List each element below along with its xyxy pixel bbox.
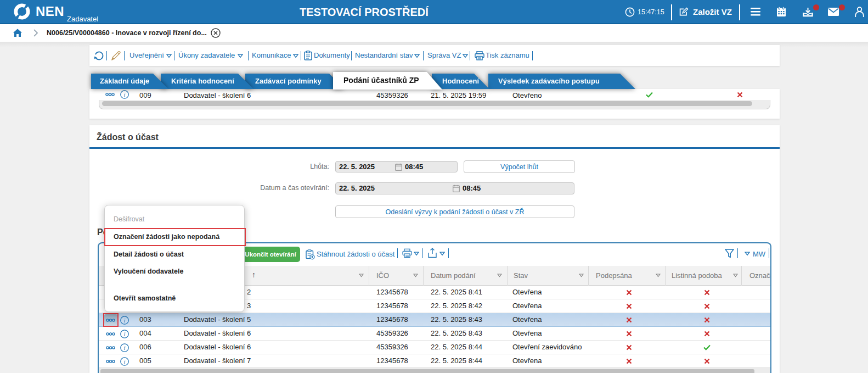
- svg-text:i: i: [123, 344, 125, 351]
- svg-text:i: i: [123, 331, 125, 337]
- svg-text:i: i: [123, 91, 125, 98]
- svg-text:i: i: [123, 317, 125, 324]
- svg-text:i: i: [123, 358, 125, 365]
